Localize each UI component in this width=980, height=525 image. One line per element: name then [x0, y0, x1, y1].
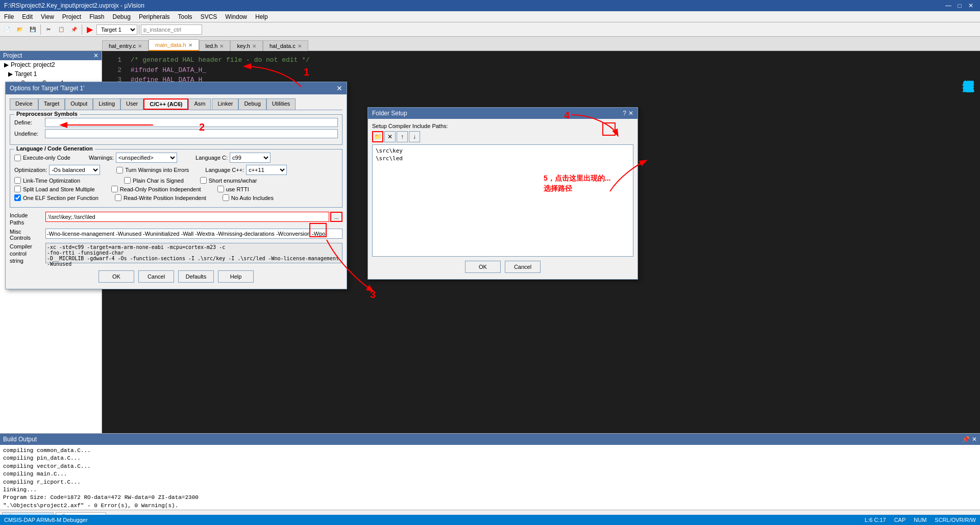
- warnings-select[interactable]: <unspecified>: [116, 153, 177, 163]
- folder-item-1[interactable]: \src\led: [375, 155, 631, 162]
- no-auto-check[interactable]: [223, 194, 229, 201]
- folder-cancel-btn[interactable]: Cancel: [505, 261, 541, 273]
- readwrite-pos-check[interactable]: [115, 194, 121, 201]
- one-elf-check[interactable]: [14, 194, 21, 201]
- execute-only-check[interactable]: [14, 155, 21, 161]
- folder-item-0[interactable]: \src\key: [375, 147, 631, 155]
- misc-row: MiscControls: [10, 229, 342, 241]
- options-ok-btn[interactable]: OK: [99, 270, 134, 283]
- options-tab-user[interactable]: User: [120, 98, 143, 110]
- options-tab-utilities[interactable]: Utilities: [266, 98, 296, 110]
- menu-project[interactable]: Project: [58, 11, 85, 22]
- tab-hal-data[interactable]: hal_data.c ✕: [263, 40, 308, 51]
- plain-char-check[interactable]: [124, 177, 131, 184]
- project-tree-root[interactable]: ▶ Project: project2: [0, 60, 102, 69]
- include-browse-btn[interactable]: ...: [330, 212, 342, 222]
- toolbar-build[interactable]: ▶: [84, 23, 96, 36]
- options-tab-cc[interactable]: C/C++ (AC6): [143, 98, 188, 110]
- readonly-pos-check[interactable]: [111, 186, 118, 192]
- opt-select[interactable]: -Os balanced: [49, 165, 100, 175]
- menu-tools[interactable]: Tools: [174, 11, 197, 22]
- project-panel-close[interactable]: ✕: [93, 52, 99, 59]
- options-dialog-content: Device Target Output Listing User C/C++ …: [6, 94, 347, 289]
- options-cancel-btn[interactable]: Cancel: [138, 270, 174, 283]
- readonly-pos-row: Read-Only Position Independent: [111, 186, 201, 192]
- toolbar-new[interactable]: 📄: [1, 23, 13, 36]
- folder-help-btn[interactable]: ?: [623, 110, 626, 117]
- options-tab-debug[interactable]: Debug: [238, 98, 266, 110]
- turn-warnings-check[interactable]: [116, 167, 123, 173]
- options-dialog-close[interactable]: ✕: [336, 84, 342, 92]
- options-tab-output[interactable]: Output: [65, 98, 93, 110]
- code-line-2: 2 #ifndef HAL_DATA_H_: [106, 65, 976, 76]
- short-enums-check[interactable]: [200, 177, 207, 184]
- undefine-input[interactable]: [45, 129, 338, 138]
- toolbar-copy[interactable]: 📋: [55, 23, 67, 36]
- menu-window[interactable]: Window: [221, 11, 251, 22]
- toolbar-paste[interactable]: 📌: [68, 23, 80, 36]
- build-output-pin[interactable]: 📌: [962, 436, 970, 443]
- menu-svcs[interactable]: SVCS: [197, 11, 222, 22]
- options-tab-listing[interactable]: Listing: [93, 98, 120, 110]
- toolbar-cut[interactable]: ✂: [42, 23, 55, 36]
- include-label: IncludePaths: [10, 212, 45, 227]
- lang-c-select[interactable]: c99: [230, 153, 271, 163]
- options-tab-asm[interactable]: Asm: [188, 98, 211, 110]
- tab-key[interactable]: key.h ✕: [230, 40, 262, 51]
- options-help-btn[interactable]: Help: [218, 270, 254, 283]
- options-defaults-btn[interactable]: Defaults: [178, 270, 214, 283]
- menu-flash[interactable]: Flash: [85, 11, 108, 22]
- tab-close-key[interactable]: ✕: [252, 43, 256, 49]
- toolbar-search[interactable]: [141, 24, 202, 35]
- lang-title: Language / Code Generation: [14, 145, 95, 152]
- tab-close-hal-entry[interactable]: ✕: [138, 43, 142, 49]
- define-input[interactable]: [45, 118, 338, 127]
- tab-main-data[interactable]: main_data.h ✕: [149, 39, 199, 51]
- toolbar-target-select[interactable]: Target 1: [96, 24, 137, 35]
- menu-debug[interactable]: Debug: [109, 11, 135, 22]
- menu-edit[interactable]: Edit: [18, 11, 37, 22]
- tab-close-led[interactable]: ✕: [219, 43, 224, 49]
- folder-down-btn[interactable]: ↓: [409, 131, 420, 142]
- options-tab-row: Device Target Output Listing User C/C++ …: [10, 98, 342, 110]
- title-bar-title: F:\RS\project\2.Key_input\project2.uvpro…: [4, 2, 144, 9]
- misc-input[interactable]: [45, 229, 342, 239]
- options-tab-linker[interactable]: Linker: [212, 98, 238, 110]
- toolbar-save[interactable]: 💾: [27, 23, 39, 36]
- options-tab-device[interactable]: Device: [10, 98, 38, 110]
- folder-delete-btn[interactable]: ✕: [384, 131, 396, 142]
- title-bar-controls: — □ ✕: [943, 1, 976, 10]
- include-input[interactable]: [45, 212, 329, 222]
- folder-ok-btn[interactable]: OK: [465, 261, 501, 273]
- folder-close-btn[interactable]: ✕: [628, 110, 633, 117]
- lang-row1: Execute-only Code Warnings: <unspecified…: [14, 153, 338, 163]
- menu-peripherals[interactable]: Peripherals: [135, 11, 174, 22]
- tab-led[interactable]: led.h ✕: [199, 40, 231, 51]
- tab-close-hal-data[interactable]: ✕: [298, 43, 302, 49]
- link-time-check[interactable]: [14, 177, 21, 184]
- build-output-close[interactable]: ✕: [972, 436, 977, 443]
- tab-hal-entry[interactable]: hal_entry.c ✕: [102, 40, 149, 51]
- toolbar-sep3: [139, 24, 139, 35]
- project-tree-target[interactable]: ▶ Target 1: [0, 69, 102, 79]
- menu-file[interactable]: File: [0, 11, 18, 22]
- use-rtti-check[interactable]: [217, 186, 224, 192]
- plain-char-label: Plain Char is Signed: [133, 178, 184, 184]
- split-load-check[interactable]: [14, 186, 21, 192]
- status-caps: CAP: [894, 517, 906, 523]
- folder-up-btn[interactable]: ↑: [397, 131, 408, 142]
- close-button[interactable]: ✕: [966, 1, 976, 10]
- menu-view[interactable]: View: [37, 11, 58, 22]
- options-tab-target[interactable]: Target: [38, 98, 65, 110]
- folder-add-btn[interactable]: 📁: [372, 131, 383, 142]
- build-output-header: Build Output 📌 ✕: [0, 434, 980, 445]
- folder-list: \src\key \src\led: [372, 144, 633, 257]
- lang-cpp-select[interactable]: c++11: [246, 165, 287, 175]
- use-rtti-label: use RTTI: [226, 186, 249, 192]
- menu-help[interactable]: Help: [251, 11, 272, 22]
- toolbar-open[interactable]: 📂: [14, 23, 26, 36]
- maximize-button[interactable]: □: [954, 1, 965, 10]
- minimize-button[interactable]: —: [943, 1, 953, 10]
- tab-close-main-data[interactable]: ✕: [188, 42, 192, 48]
- readwrite-pos-row: Read-Write Position Independent: [115, 194, 206, 201]
